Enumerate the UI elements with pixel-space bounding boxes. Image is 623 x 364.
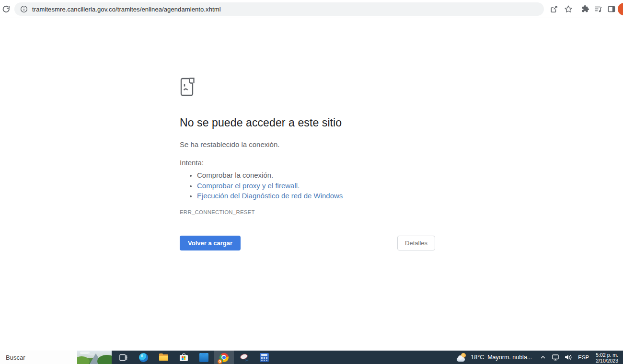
suggestion-item: Comprobar el proxy y el firewall. [197, 181, 435, 191]
taskbar-search-box[interactable]: Buscar [0, 351, 112, 364]
volume-icon[interactable] [562, 351, 574, 364]
task-view-icon [119, 353, 128, 362]
language-indicator[interactable]: ESP [574, 354, 593, 360]
bookmark-star-icon[interactable] [564, 5, 573, 13]
browser-toolbar: tramitesmre.cancilleria.gov.co/tramites/… [0, 0, 623, 18]
clock-date: 2/10/2023 [596, 358, 618, 364]
calculator-icon [260, 353, 269, 362]
url-text[interactable]: tramitesmre.cancilleria.gov.co/tramites/… [32, 6, 221, 13]
hill-art [77, 356, 90, 364]
share-icon[interactable] [550, 5, 558, 13]
chrome-profile-badge: G [218, 359, 222, 364]
file-explorer-icon [159, 353, 168, 362]
pinned-apps: G ✂ [113, 351, 274, 364]
network-icon[interactable] [549, 351, 562, 364]
system-tray: 18°C Mayorm. nubla... ESP 5:02 p. m. 2/1… [452, 351, 623, 364]
weather-condition: Mayorm. nubla... [487, 354, 532, 361]
mail-icon [199, 353, 208, 362]
extensions-puzzle-icon[interactable] [581, 5, 589, 13]
hidden-icons-chevron[interactable] [537, 351, 549, 364]
error-container: No se puede acceder a este sitio Se ha r… [180, 77, 435, 250]
taskbar-app-mail[interactable] [194, 351, 214, 364]
address-bar[interactable]: tramitesmre.cancilleria.gov.co/tramites/… [14, 2, 544, 16]
error-try-label: Intenta: [180, 159, 435, 167]
suggestions-list: Comprobar la conexión. Comprobar el prox… [180, 170, 435, 201]
weather-widget[interactable]: 18°C Mayorm. nubla... [452, 351, 537, 364]
search-placeholder: Buscar [0, 354, 25, 361]
snipping-tool-icon: ✂ [240, 353, 249, 362]
task-view-button[interactable] [113, 351, 133, 364]
error-buttons-row: Volver a cargar Detalles [180, 236, 435, 250]
suggestion-link-network-diagnostics[interactable]: Ejecución del Diagnóstico de red de Wind… [197, 192, 343, 200]
reload-page-button[interactable]: Volver a cargar [180, 236, 241, 250]
site-info-icon[interactable] [20, 5, 28, 13]
microsoft-store-icon [179, 353, 188, 362]
media-controls-icon[interactable] [594, 5, 602, 13]
suggestion-check-connection: Comprobar la conexión. [197, 170, 435, 181]
profile-avatar[interactable] [618, 3, 623, 15]
weather-temperature: 18°C [471, 354, 484, 361]
edge-icon [139, 353, 148, 362]
hill-art [97, 355, 112, 364]
clock-time: 5:02 p. m. [596, 353, 618, 358]
cloud-art [88, 353, 94, 355]
error-code: ERR_CONNECTION_RESET [180, 209, 435, 215]
windows-taskbar: Buscar [0, 351, 623, 364]
search-highlight-image[interactable] [77, 351, 112, 364]
taskbar-clock[interactable]: 5:02 p. m. 2/10/2023 [593, 351, 623, 364]
taskbar-app-snipping-tool[interactable]: ✂ [234, 351, 254, 364]
taskbar-app-file-explorer[interactable] [153, 351, 173, 364]
taskbar-app-chrome[interactable]: G [214, 351, 234, 364]
side-panel-icon[interactable] [607, 5, 616, 13]
taskbar-app-edge[interactable] [133, 351, 153, 364]
suggestion-link-proxy-firewall[interactable]: Comprobar el proxy y el firewall. [197, 182, 300, 190]
details-button[interactable]: Detalles [397, 236, 435, 250]
sad-file-icon [180, 77, 196, 97]
error-message: Se ha restablecido la conexión. [180, 140, 435, 148]
error-title: No se puede acceder a este sitio [180, 116, 435, 129]
taskbar-app-microsoft-store[interactable] [173, 351, 194, 364]
taskbar-app-calculator[interactable] [254, 351, 274, 364]
weather-icon [457, 353, 467, 362]
page-content: No se puede acceder a este sitio Se ha r… [0, 19, 623, 351]
suggestion-item: Ejecución del Diagnóstico de red de Wind… [197, 191, 435, 201]
reload-icon[interactable] [2, 5, 11, 13]
